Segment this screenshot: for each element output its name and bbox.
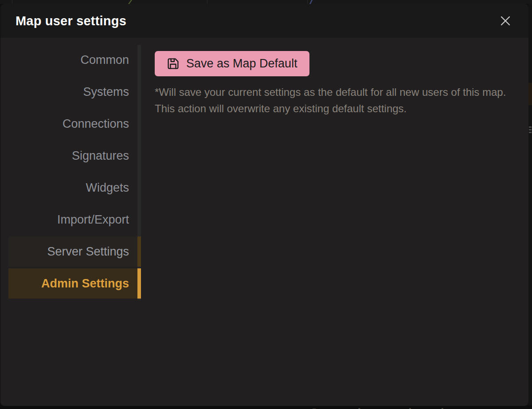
background-map-connection-blue	[309, 0, 316, 4]
background-page-bottom-strip: System is not selected	[0, 405, 532, 409]
sidebar-item-admin-settings[interactable]: Admin Settings	[8, 268, 141, 299]
floppy-disk-icon	[167, 57, 180, 70]
close-icon	[500, 15, 511, 27]
background-column-divider	[12, 0, 12, 4]
background-dash	[529, 129, 532, 130]
background-page-top-strip	[0, 0, 532, 4]
sidebar-item-label: Admin Settings	[41, 277, 129, 291]
background-page-right-strip	[528, 4, 532, 406]
sidebar-item-server-settings[interactable]: Server Settings	[8, 236, 141, 267]
background-dash	[529, 132, 532, 133]
background-column-divider	[207, 0, 207, 4]
sidebar-item-label: Widgets	[86, 181, 129, 195]
sidebar-item-label: Systems	[83, 85, 129, 99]
background-column-divider	[307, 0, 308, 4]
sidebar-item-label: Connections	[63, 117, 129, 131]
sidebar-item-label: Signatures	[72, 149, 129, 163]
sidebar-item-import-export[interactable]: Import/Export	[8, 204, 141, 235]
sidebar-item-widgets[interactable]: Widgets	[8, 173, 141, 203]
sidebar-item-label: Server Settings	[47, 245, 129, 259]
map-user-settings-dialog: Map user settings Common Systems Connect…	[0, 4, 528, 406]
settings-sidebar: Common Systems Connections Signatures Wi…	[0, 38, 141, 406]
save-as-map-default-button[interactable]: Save as Map Default	[155, 51, 309, 76]
sidebar-item-label: Import/Export	[57, 213, 129, 227]
background-clipped-text: System is not selected	[310, 406, 444, 409]
dialog-header: Map user settings	[0, 4, 528, 38]
background-smudge	[528, 83, 532, 105]
close-button[interactable]	[496, 11, 515, 31]
admin-settings-panel: Save as Map Default *Will save your curr…	[141, 38, 528, 406]
sidebar-item-common[interactable]: Common	[8, 45, 141, 75]
sidebar-item-label: Common	[80, 53, 129, 67]
save-default-note: *Will save your current settings as the …	[155, 84, 509, 117]
background-dash	[529, 126, 532, 128]
sidebar-item-systems[interactable]: Systems	[8, 77, 141, 107]
sidebar-nav: Common Systems Connections Signatures Wi…	[0, 45, 141, 300]
background-map-connection-green	[128, 0, 137, 4]
save-button-label: Save as Map Default	[186, 57, 297, 71]
sidebar-item-connections[interactable]: Connections	[8, 109, 141, 139]
dialog-title: Map user settings	[16, 14, 126, 28]
sidebar-item-signatures[interactable]: Signatures	[8, 141, 141, 171]
dialog-body: Common Systems Connections Signatures Wi…	[0, 38, 528, 406]
